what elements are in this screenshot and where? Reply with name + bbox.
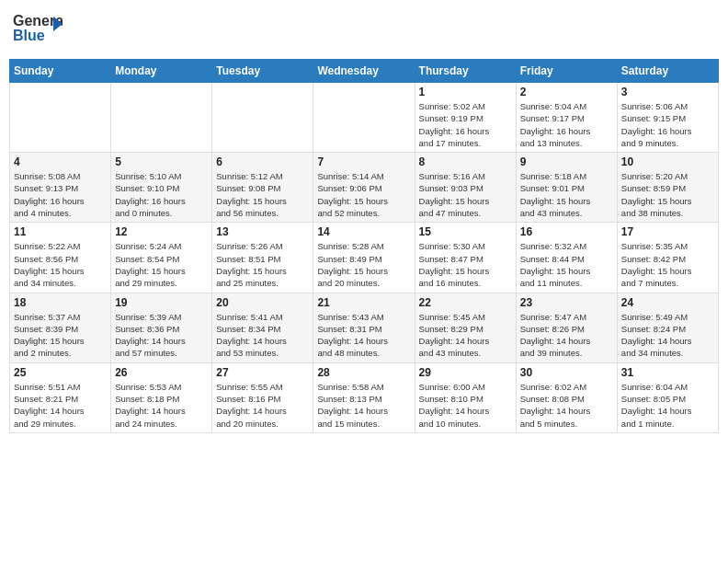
day-info: Sunrise: 5:12 AM Sunset: 9:08 PM Dayligh… bbox=[216, 170, 309, 219]
day-number: 17 bbox=[621, 225, 714, 238]
calendar-cell: 12Sunrise: 5:24 AM Sunset: 8:54 PM Dayli… bbox=[111, 223, 212, 293]
day-info: Sunrise: 5:22 AM Sunset: 8:56 PM Dayligh… bbox=[14, 240, 107, 289]
calendar-cell: 28Sunrise: 5:58 AM Sunset: 8:13 PM Dayli… bbox=[313, 362, 415, 432]
day-number: 25 bbox=[14, 366, 107, 379]
calendar-week-row: 18Sunrise: 5:37 AM Sunset: 8:39 PM Dayli… bbox=[10, 293, 719, 362]
day-number: 10 bbox=[621, 155, 714, 168]
day-number: 29 bbox=[419, 366, 512, 379]
day-number: 23 bbox=[520, 296, 613, 309]
day-info: Sunrise: 5:39 AM Sunset: 8:36 PM Dayligh… bbox=[115, 311, 208, 360]
logo-graphic: General Blue bbox=[13, 9, 63, 53]
calendar-cell bbox=[313, 83, 415, 153]
day-number: 30 bbox=[520, 366, 613, 379]
day-info: Sunrise: 5:35 AM Sunset: 8:42 PM Dayligh… bbox=[621, 240, 714, 289]
calendar-cell: 17Sunrise: 5:35 AM Sunset: 8:42 PM Dayli… bbox=[617, 223, 718, 293]
day-info: Sunrise: 6:02 AM Sunset: 8:08 PM Dayligh… bbox=[520, 381, 613, 430]
calendar-cell: 20Sunrise: 5:41 AM Sunset: 8:34 PM Dayli… bbox=[212, 293, 313, 362]
calendar-cell: 23Sunrise: 5:47 AM Sunset: 8:26 PM Dayli… bbox=[516, 293, 617, 362]
day-header-friday: Friday bbox=[516, 60, 617, 83]
day-number: 6 bbox=[216, 155, 309, 168]
day-number: 27 bbox=[216, 366, 309, 379]
day-number: 28 bbox=[317, 366, 410, 379]
day-info: Sunrise: 5:08 AM Sunset: 9:13 PM Dayligh… bbox=[14, 170, 107, 219]
day-info: Sunrise: 5:30 AM Sunset: 8:47 PM Dayligh… bbox=[419, 240, 512, 289]
calendar-cell: 7Sunrise: 5:14 AM Sunset: 9:06 PM Daylig… bbox=[313, 153, 415, 223]
day-info: Sunrise: 5:16 AM Sunset: 9:03 PM Dayligh… bbox=[419, 170, 512, 219]
calendar-cell bbox=[10, 83, 111, 153]
calendar-cell: 30Sunrise: 6:02 AM Sunset: 8:08 PM Dayli… bbox=[516, 362, 617, 432]
day-number: 20 bbox=[216, 296, 309, 309]
day-info: Sunrise: 5:53 AM Sunset: 8:18 PM Dayligh… bbox=[115, 381, 208, 430]
calendar-week-row: 25Sunrise: 5:51 AM Sunset: 8:21 PM Dayli… bbox=[10, 362, 719, 432]
day-info: Sunrise: 5:18 AM Sunset: 9:01 PM Dayligh… bbox=[520, 170, 613, 219]
calendar-cell: 4Sunrise: 5:08 AM Sunset: 9:13 PM Daylig… bbox=[10, 153, 111, 223]
day-info: Sunrise: 5:49 AM Sunset: 8:24 PM Dayligh… bbox=[621, 311, 714, 360]
calendar-cell: 24Sunrise: 5:49 AM Sunset: 8:24 PM Dayli… bbox=[617, 293, 718, 362]
calendar-cell: 21Sunrise: 5:43 AM Sunset: 8:31 PM Dayli… bbox=[313, 293, 415, 362]
logo: General Blue bbox=[13, 9, 63, 53]
day-info: Sunrise: 5:06 AM Sunset: 9:15 PM Dayligh… bbox=[621, 100, 714, 149]
day-number: 4 bbox=[14, 155, 107, 168]
calendar-cell bbox=[111, 83, 212, 153]
day-header-saturday: Saturday bbox=[617, 60, 718, 83]
day-info: Sunrise: 5:37 AM Sunset: 8:39 PM Dayligh… bbox=[14, 311, 107, 360]
day-number: 3 bbox=[621, 86, 714, 98]
day-number: 16 bbox=[520, 225, 613, 238]
day-header-tuesday: Tuesday bbox=[212, 60, 313, 83]
day-info: Sunrise: 5:14 AM Sunset: 9:06 PM Dayligh… bbox=[317, 170, 410, 219]
day-info: Sunrise: 5:47 AM Sunset: 8:26 PM Dayligh… bbox=[520, 311, 613, 360]
page-header: General Blue bbox=[9, 9, 719, 53]
day-number: 11 bbox=[14, 225, 107, 238]
day-number: 14 bbox=[317, 225, 410, 238]
calendar-cell: 2Sunrise: 5:04 AM Sunset: 9:17 PM Daylig… bbox=[516, 83, 617, 153]
calendar-cell: 11Sunrise: 5:22 AM Sunset: 8:56 PM Dayli… bbox=[10, 223, 111, 293]
calendar-cell: 6Sunrise: 5:12 AM Sunset: 9:08 PM Daylig… bbox=[212, 153, 313, 223]
calendar-cell: 13Sunrise: 5:26 AM Sunset: 8:51 PM Dayli… bbox=[212, 223, 313, 293]
day-number: 21 bbox=[317, 296, 410, 309]
calendar-cell: 5Sunrise: 5:10 AM Sunset: 9:10 PM Daylig… bbox=[111, 153, 212, 223]
day-info: Sunrise: 6:04 AM Sunset: 8:05 PM Dayligh… bbox=[621, 381, 714, 430]
calendar-cell: 18Sunrise: 5:37 AM Sunset: 8:39 PM Dayli… bbox=[10, 293, 111, 362]
calendar-week-row: 11Sunrise: 5:22 AM Sunset: 8:56 PM Dayli… bbox=[10, 223, 719, 293]
day-header-wednesday: Wednesday bbox=[313, 60, 415, 83]
calendar-header-row: SundayMondayTuesdayWednesdayThursdayFrid… bbox=[10, 60, 719, 83]
calendar-cell: 29Sunrise: 6:00 AM Sunset: 8:10 PM Dayli… bbox=[415, 362, 516, 432]
calendar-table: SundayMondayTuesdayWednesdayThursdayFrid… bbox=[9, 59, 719, 433]
calendar-cell: 8Sunrise: 5:16 AM Sunset: 9:03 PM Daylig… bbox=[415, 153, 516, 223]
day-info: Sunrise: 5:32 AM Sunset: 8:44 PM Dayligh… bbox=[520, 240, 613, 289]
day-number: 26 bbox=[115, 366, 208, 379]
day-header-monday: Monday bbox=[111, 60, 212, 83]
calendar-cell: 16Sunrise: 5:32 AM Sunset: 8:44 PM Dayli… bbox=[516, 223, 617, 293]
day-number: 19 bbox=[115, 296, 208, 309]
calendar-cell: 3Sunrise: 5:06 AM Sunset: 9:15 PM Daylig… bbox=[617, 83, 718, 153]
calendar-cell: 22Sunrise: 5:45 AM Sunset: 8:29 PM Dayli… bbox=[415, 293, 516, 362]
day-info: Sunrise: 5:58 AM Sunset: 8:13 PM Dayligh… bbox=[317, 381, 410, 430]
calendar-week-row: 4Sunrise: 5:08 AM Sunset: 9:13 PM Daylig… bbox=[10, 153, 719, 223]
day-header-sunday: Sunday bbox=[10, 60, 111, 83]
day-info: Sunrise: 5:55 AM Sunset: 8:16 PM Dayligh… bbox=[216, 381, 309, 430]
svg-text:Blue: Blue bbox=[13, 28, 45, 43]
day-info: Sunrise: 5:02 AM Sunset: 9:19 PM Dayligh… bbox=[419, 100, 512, 149]
day-info: Sunrise: 5:26 AM Sunset: 8:51 PM Dayligh… bbox=[216, 240, 309, 289]
day-number: 5 bbox=[115, 155, 208, 168]
calendar-cell: 15Sunrise: 5:30 AM Sunset: 8:47 PM Dayli… bbox=[415, 223, 516, 293]
day-number: 1 bbox=[419, 86, 512, 98]
day-header-thursday: Thursday bbox=[415, 60, 516, 83]
day-info: Sunrise: 5:24 AM Sunset: 8:54 PM Dayligh… bbox=[115, 240, 208, 289]
day-number: 7 bbox=[317, 155, 410, 168]
day-info: Sunrise: 5:28 AM Sunset: 8:49 PM Dayligh… bbox=[317, 240, 410, 289]
calendar-cell: 1Sunrise: 5:02 AM Sunset: 9:19 PM Daylig… bbox=[415, 83, 516, 153]
day-number: 31 bbox=[621, 366, 714, 379]
day-info: Sunrise: 5:20 AM Sunset: 8:59 PM Dayligh… bbox=[621, 170, 714, 219]
day-info: Sunrise: 5:10 AM Sunset: 9:10 PM Dayligh… bbox=[115, 170, 208, 219]
day-info: Sunrise: 5:41 AM Sunset: 8:34 PM Dayligh… bbox=[216, 311, 309, 360]
calendar-cell: 10Sunrise: 5:20 AM Sunset: 8:59 PM Dayli… bbox=[617, 153, 718, 223]
day-number: 2 bbox=[520, 86, 613, 98]
day-number: 15 bbox=[419, 225, 512, 238]
calendar-cell: 9Sunrise: 5:18 AM Sunset: 9:01 PM Daylig… bbox=[516, 153, 617, 223]
calendar-cell: 25Sunrise: 5:51 AM Sunset: 8:21 PM Dayli… bbox=[10, 362, 111, 432]
calendar-week-row: 1Sunrise: 5:02 AM Sunset: 9:19 PM Daylig… bbox=[10, 83, 719, 153]
day-info: Sunrise: 5:45 AM Sunset: 8:29 PM Dayligh… bbox=[419, 311, 512, 360]
calendar-cell: 27Sunrise: 5:55 AM Sunset: 8:16 PM Dayli… bbox=[212, 362, 313, 432]
day-info: Sunrise: 6:00 AM Sunset: 8:10 PM Dayligh… bbox=[419, 381, 512, 430]
